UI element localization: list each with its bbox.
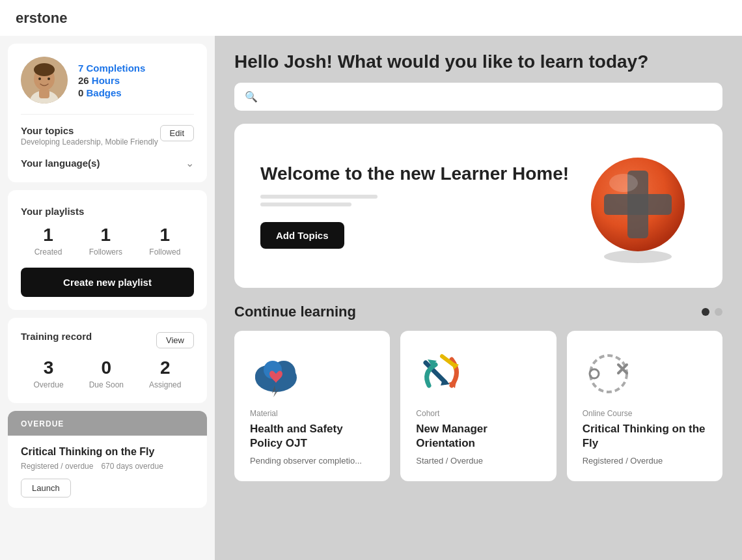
svg-point-6 bbox=[48, 77, 50, 80]
overdue-stat: 3 Overdue bbox=[34, 357, 64, 390]
welcome-title: Welcome to the new Learner Home! bbox=[260, 163, 569, 185]
language-section: Your language(s) ⌄ bbox=[21, 157, 194, 169]
view-training-button[interactable]: View bbox=[156, 332, 194, 348]
completions-stat: 7 Completions bbox=[78, 63, 145, 74]
followers-stat: 1 Followers bbox=[89, 225, 122, 257]
hours-stat: 26 Hours bbox=[78, 75, 145, 86]
overdue-meta: Registered / overdue 670 days overdue bbox=[21, 462, 194, 471]
continue-learning-section: Continue learning bbox=[234, 303, 722, 481]
svg-point-4 bbox=[34, 63, 55, 76]
due-soon-stat: 0 Due Soon bbox=[89, 357, 124, 390]
dot-inactive bbox=[715, 308, 722, 316]
playlists-section: Your playlists 1 Created 1 Followers 1 F… bbox=[21, 206, 194, 297]
overdue-section: OVERDUE Critical Thinking on the Fly Reg… bbox=[8, 411, 207, 508]
course-type-1: Material bbox=[250, 409, 374, 418]
overdue-header-text: OVERDUE bbox=[21, 419, 64, 428]
welcome-banner: Welcome to the new Learner Home! Add Top… bbox=[234, 124, 722, 288]
course-title-1: Health and Safety Policy OJT bbox=[250, 422, 374, 451]
course-status-1: Pending observer completio... bbox=[250, 456, 374, 466]
overdue-course-title: Critical Thinking on the Fly bbox=[21, 446, 194, 458]
course-title-2: New Manager Orientation bbox=[416, 422, 540, 451]
training-header: Training record View bbox=[21, 331, 194, 350]
main-content: Hello Josh! What would you like to learn… bbox=[215, 36, 742, 560]
course-icon-2 bbox=[416, 346, 468, 399]
greeting-heading: Hello Josh! What would you like to learn… bbox=[234, 51, 722, 72]
divider-1 bbox=[21, 114, 194, 115]
topics-label: Your topics bbox=[21, 125, 158, 136]
svg-point-5 bbox=[38, 77, 41, 80]
add-topics-button[interactable]: Add Topics bbox=[260, 222, 344, 249]
topics-section: Your topics Developing Leadership, Mobil… bbox=[21, 125, 194, 147]
welcome-line-1 bbox=[260, 195, 378, 199]
welcome-text: Welcome to the new Learner Home! Add Top… bbox=[260, 163, 569, 249]
course-status-3: Registered / Overdue bbox=[583, 456, 707, 466]
topics-value: Developing Leadership, Mobile Friendly bbox=[21, 137, 158, 147]
svg-rect-2 bbox=[39, 89, 49, 98]
continue-header: Continue learning bbox=[234, 303, 722, 320]
sidebar: 7 Completions 26 Hours 0 Badges Yo bbox=[0, 36, 215, 560]
logo: erstone bbox=[16, 10, 67, 27]
playlists-title: Your playlists bbox=[21, 206, 194, 217]
training-stats: 3 Overdue 0 Due Soon 2 Assigned bbox=[21, 357, 194, 390]
course-icon-3 bbox=[583, 346, 635, 399]
svg-point-11 bbox=[609, 174, 638, 192]
course-status-2: Started / Overdue bbox=[416, 456, 540, 466]
svg-point-7 bbox=[604, 250, 672, 263]
playlists-card: Your playlists 1 Created 1 Followers 1 F… bbox=[8, 190, 207, 310]
avatar bbox=[21, 57, 68, 104]
welcome-plus-icon bbox=[579, 147, 696, 264]
courses-grid: Material Health and Safety Policy OJT Pe… bbox=[234, 331, 722, 481]
search-icon: 🔍 bbox=[245, 91, 258, 103]
course-card-3: Online Course Critical Thinking on the F… bbox=[567, 331, 722, 481]
chevron-down-icon[interactable]: ⌄ bbox=[186, 157, 194, 169]
training-card: Training record View 3 Overdue 0 Due Soo… bbox=[8, 318, 207, 403]
course-type-3: Online Course bbox=[583, 409, 707, 418]
search-bar: 🔍 bbox=[234, 83, 722, 111]
svg-point-21 bbox=[590, 356, 627, 392]
topics-info: Your topics Developing Leadership, Mobil… bbox=[21, 125, 158, 147]
top-bar: erstone bbox=[0, 0, 742, 36]
pagination-dots bbox=[702, 308, 722, 316]
badges-stat: 0 Badges bbox=[78, 87, 145, 98]
main-layout: 7 Completions 26 Hours 0 Badges Yo bbox=[0, 36, 742, 560]
launch-button[interactable]: Launch bbox=[21, 479, 71, 497]
create-playlist-button[interactable]: Create new playlist bbox=[21, 268, 194, 297]
svg-point-22 bbox=[590, 369, 599, 378]
overdue-header: OVERDUE bbox=[8, 411, 207, 436]
overdue-days: 670 days overdue bbox=[101, 462, 163, 471]
playlist-stats: 1 Created 1 Followers 1 Followed bbox=[21, 225, 194, 257]
dot-active bbox=[702, 308, 709, 316]
course-card-1: Material Health and Safety Policy OJT Pe… bbox=[234, 331, 390, 481]
created-stat: 1 Created bbox=[34, 225, 62, 257]
course-title-3: Critical Thinking on the Fly bbox=[583, 422, 707, 451]
stats-list: 7 Completions 26 Hours 0 Badges bbox=[78, 63, 145, 98]
overdue-status: Registered / overdue bbox=[21, 462, 93, 471]
continue-title: Continue learning bbox=[234, 303, 356, 320]
course-type-2: Cohort bbox=[416, 409, 540, 418]
language-label: Your language(s) bbox=[21, 158, 100, 169]
assigned-stat: 2 Assigned bbox=[149, 357, 181, 390]
welcome-lines bbox=[260, 195, 569, 206]
welcome-line-2 bbox=[260, 203, 351, 206]
edit-topics-button[interactable]: Edit bbox=[160, 125, 194, 141]
search-input[interactable] bbox=[264, 91, 712, 102]
course-icon-1 bbox=[250, 346, 302, 399]
profile-section: 7 Completions 26 Hours 0 Badges bbox=[21, 57, 194, 104]
course-card-2: Cohort New Manager Orientation Started /… bbox=[400, 331, 556, 481]
profile-card: 7 Completions 26 Hours 0 Badges Yo bbox=[8, 44, 207, 182]
followed-stat: 1 Followed bbox=[149, 225, 180, 257]
training-title: Training record bbox=[21, 331, 92, 342]
overdue-body: Critical Thinking on the Fly Registered … bbox=[8, 436, 207, 508]
